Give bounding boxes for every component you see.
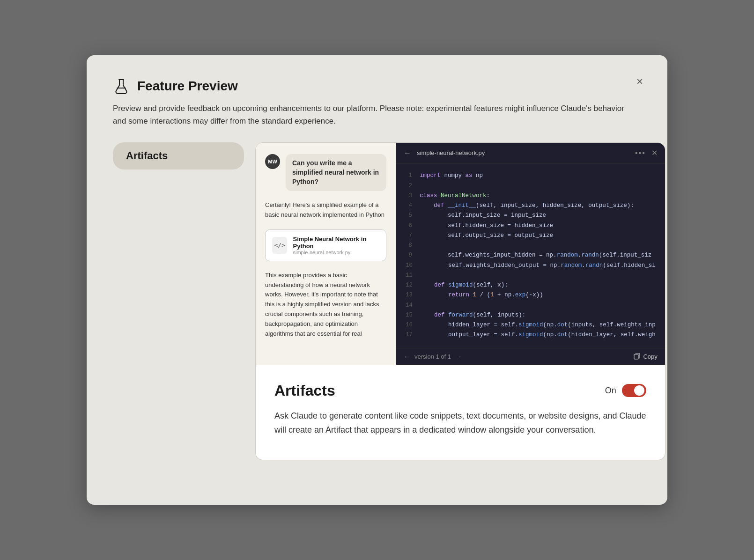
sidebar: Artifacts <box>113 142 244 460</box>
code-line: 15 def forward(self, inputs): <box>406 310 656 320</box>
code-line: 17 output_layer = self.sigmoid(np.dot(hi… <box>406 330 656 340</box>
sidebar-item-artifacts[interactable]: Artifacts <box>113 142 244 169</box>
code-line: 14 <box>406 301 656 310</box>
code-line: 4 def __init__(self, input_size, hidden_… <box>406 201 656 211</box>
user-message-text: Can you write me a simplified neural net… <box>286 154 386 191</box>
version-next-icon[interactable]: → <box>456 353 462 360</box>
code-panel-actions: ••• ✕ <box>635 148 658 157</box>
artifact-card-info: Simple Neural Network in Python simple-n… <box>293 236 379 255</box>
assistant-followup: This example provides a basic understand… <box>265 271 386 339</box>
copy-icon <box>634 353 640 360</box>
feature-header: Artifacts On <box>274 382 646 399</box>
modal-subtitle: Preview and provide feedback on upcoming… <box>113 102 628 127</box>
copy-button[interactable]: Copy <box>634 353 657 360</box>
code-filename: simple-neural-network.py <box>417 149 485 156</box>
code-line: 12 def sigmoid(self, x): <box>406 280 656 290</box>
artifact-filename: simple-neural-network.py <box>293 250 379 255</box>
preview-area: MW Can you write me a simplified neural … <box>255 142 665 460</box>
assistant-intro: Certainly! Here's a simplified example o… <box>265 200 386 220</box>
code-line: 3class NeuralNetwork: <box>406 191 656 201</box>
code-line: 11 <box>406 271 656 280</box>
code-panel-footer: ← version 1 of 1 → Copy <box>396 348 665 365</box>
avatar: MW <box>265 154 280 169</box>
code-line: 2 <box>406 181 656 191</box>
chat-panel: MW Can you write me a simplified neural … <box>256 143 396 364</box>
flask-icon <box>113 78 130 95</box>
back-arrow-icon[interactable]: ← <box>404 149 411 157</box>
version-nav: ← version 1 of 1 → <box>404 353 462 360</box>
code-line: 5 self.input_size = input_size <box>406 211 656 221</box>
close-code-button[interactable]: ✕ <box>651 148 658 157</box>
user-message: MW Can you write me a simplified neural … <box>265 154 386 191</box>
feature-description-text: Ask Claude to generate content like code… <box>274 409 646 437</box>
modal-title: Feature Preview <box>137 79 238 94</box>
artifacts-toggle[interactable] <box>622 384 646 397</box>
modal-container: Feature Preview × Preview and provide fe… <box>87 55 667 505</box>
code-line: 9 self.weights_input_hidden = np.random.… <box>406 251 656 260</box>
code-line: 6 self.hidden_size = hidden_size <box>406 221 656 231</box>
content-area: Artifacts MW Can you write me a simplifi… <box>113 142 641 460</box>
copy-label: Copy <box>643 353 657 360</box>
code-line: 10 self.weights_hidden_output = np.rando… <box>406 261 656 271</box>
toggle-slider <box>622 384 646 397</box>
code-line: 8 <box>406 241 656 251</box>
toggle-label: On <box>605 386 616 396</box>
code-panel-nav: ← simple-neural-network.py <box>404 149 485 157</box>
code-line: 1import numpy as np <box>406 171 656 181</box>
artifact-card[interactable]: </> Simple Neural Network in Python simp… <box>265 229 386 261</box>
toggle-group: On <box>605 384 646 397</box>
more-options-icon[interactable]: ••• <box>635 149 646 157</box>
artifact-title: Simple Neural Network in Python <box>293 236 379 250</box>
title-row: Feature Preview <box>113 78 641 95</box>
chat-preview: MW Can you write me a simplified neural … <box>255 142 665 365</box>
code-panel-header: ← simple-neural-network.py ••• ✕ <box>396 143 665 163</box>
feature-title: Artifacts <box>274 382 335 399</box>
code-icon: </> <box>272 237 287 254</box>
code-panel: ← simple-neural-network.py ••• ✕ 1import… <box>396 143 665 364</box>
code-line: 16 hidden_layer = self.sigmoid(np.dot(in… <box>406 320 656 330</box>
code-content: 1import numpy as np 2 3class NeuralNetwo… <box>396 163 665 347</box>
code-line: 7 self.output_size = output_size <box>406 231 656 241</box>
svg-rect-0 <box>634 354 638 359</box>
sidebar-item-label: Artifacts <box>126 150 168 162</box>
modal-header: Feature Preview × <box>113 78 641 95</box>
close-button[interactable]: × <box>635 74 645 89</box>
version-label: version 1 of 1 <box>414 353 451 360</box>
code-line: 13 return 1 / (1 + np.exp(-x)) <box>406 290 656 300</box>
version-prev-icon[interactable]: ← <box>404 353 410 360</box>
feature-description: Artifacts On Ask Claude to generate cont… <box>255 365 665 460</box>
